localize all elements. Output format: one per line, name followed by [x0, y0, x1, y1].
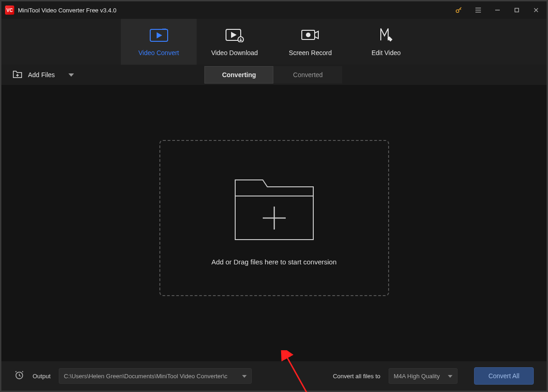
status-tabs: Converting Converted — [204, 66, 342, 84]
format-selector[interactable]: M4A High Quality — [389, 368, 458, 384]
output-path-value: C:\Users\Helen Green\Documents\MiniTool … — [64, 373, 227, 380]
nav-video-download[interactable]: Video Download — [197, 19, 272, 65]
svg-marker-17 — [68, 73, 74, 77]
output-path-selector[interactable]: C:\Users\Helen Green\Documents\MiniTool … — [59, 368, 252, 384]
tab-converted[interactable]: Converted — [273, 66, 342, 84]
dropzone[interactable]: Add or Drag files here to start conversi… — [159, 140, 389, 296]
footer-bar: Output C:\Users\Helen Green\Documents\Mi… — [1, 361, 547, 391]
screen-record-icon — [301, 27, 320, 44]
video-download-icon — [225, 27, 244, 44]
svg-marker-9 — [157, 33, 161, 38]
convert-to-label: Convert all files to — [333, 373, 380, 380]
dropzone-text: Add or Drag files here to start conversi… — [211, 258, 337, 266]
main-area: Add or Drag files here to start conversi… — [1, 85, 547, 361]
chevron-down-icon — [448, 373, 452, 380]
nav-video-convert[interactable]: Video Convert — [121, 19, 197, 65]
svg-marker-24 — [242, 375, 247, 378]
output-label: Output — [33, 373, 51, 380]
add-files-button[interactable]: Add Files — [6, 67, 80, 83]
key-icon[interactable] — [452, 3, 466, 17]
svg-marker-11 — [232, 33, 236, 37]
nav-label: Video Download — [211, 49, 258, 56]
video-convert-icon — [149, 27, 169, 44]
maximize-button[interactable] — [510, 3, 524, 17]
svg-rect-5 — [515, 8, 519, 12]
folder-plus-icon — [231, 171, 318, 244]
main-nav: Video Convert Video Download Screen Reco… — [1, 19, 547, 65]
nav-label: Edit Video — [372, 49, 401, 56]
svg-marker-25 — [448, 375, 452, 378]
svg-point-14 — [306, 33, 310, 37]
menu-icon[interactable] — [471, 3, 485, 17]
chevron-down-icon — [68, 71, 74, 79]
app-logo-icon: VC — [5, 6, 14, 15]
toolbar: Add Files Converting Converted — [1, 65, 547, 85]
nav-label: Screen Record — [289, 49, 332, 56]
close-button[interactable] — [529, 3, 543, 17]
app-title: MiniTool Video Converter Free v3.4.0 — [18, 7, 452, 14]
nav-label: Video Convert — [138, 49, 179, 56]
clock-icon[interactable] — [14, 370, 24, 382]
minimize-button[interactable] — [491, 3, 504, 17]
nav-edit-video[interactable]: Edit Video — [348, 19, 424, 65]
convert-all-button[interactable]: Convert All — [474, 367, 534, 385]
titlebar: VC MiniTool Video Converter Free v3.4.0 — [1, 1, 547, 19]
format-value: M4A High Quality — [394, 373, 440, 380]
edit-video-icon — [378, 27, 395, 44]
tab-converting[interactable]: Converting — [204, 66, 273, 84]
add-files-label: Add Files — [28, 71, 55, 78]
add-folder-icon — [12, 69, 23, 80]
chevron-down-icon — [242, 373, 247, 380]
nav-screen-record[interactable]: Screen Record — [272, 19, 348, 65]
